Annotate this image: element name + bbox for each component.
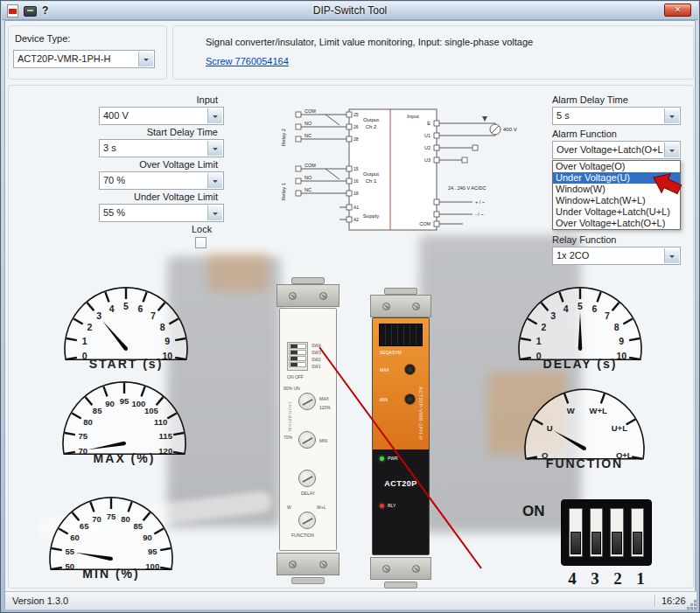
seqasym-label: SEQASYM bbox=[380, 350, 402, 355]
svg-text:120: 120 bbox=[158, 446, 172, 456]
svg-text:75: 75 bbox=[78, 431, 88, 441]
chevron-down-icon[interactable] bbox=[664, 248, 679, 263]
alarm-delay-select[interactable]: 5 s bbox=[552, 107, 681, 125]
option-window[interactable]: Window(W) bbox=[553, 184, 680, 195]
svg-text:DELAY (s): DELAY (s) bbox=[543, 357, 618, 371]
chevron-down-icon[interactable] bbox=[664, 108, 679, 123]
svg-text:80: 80 bbox=[83, 417, 93, 427]
dip-switch-4[interactable] bbox=[569, 508, 583, 557]
dip-switch-1[interactable] bbox=[631, 508, 645, 557]
input-value: 400 V bbox=[103, 108, 206, 124]
close-button[interactable]: ✕ bbox=[664, 3, 691, 17]
alarm-delay-label: Alarm Delay Time bbox=[552, 94, 628, 105]
svg-text:6: 6 bbox=[137, 303, 143, 314]
svg-text:90: 90 bbox=[143, 533, 152, 542]
svg-text:4: 4 bbox=[109, 303, 115, 314]
svg-text:1: 1 bbox=[536, 336, 542, 346]
relay-function-value: 1x 2CO bbox=[556, 247, 663, 264]
lock-checkbox[interactable] bbox=[195, 237, 206, 248]
over-voltage-select[interactable]: 70 % bbox=[99, 171, 224, 190]
diagram-out-ch2-2: Ch 2 bbox=[366, 124, 377, 129]
diagram-t18: 18 bbox=[354, 191, 359, 196]
dip-switch-3[interactable] bbox=[590, 508, 604, 557]
option-over-voltage[interactable]: Over Voltage(O) bbox=[553, 161, 680, 172]
statusbar-separator bbox=[654, 595, 655, 607]
svg-text:95: 95 bbox=[120, 396, 130, 406]
under-voltage-select[interactable]: 55 % bbox=[99, 204, 224, 222]
svg-text:0: 0 bbox=[536, 351, 542, 361]
svg-text:75: 75 bbox=[107, 512, 116, 521]
chevron-down-icon[interactable] bbox=[664, 143, 679, 157]
chevron-down-icon[interactable] bbox=[207, 141, 222, 156]
dip-switch-graphic: ON 4 3 2 1 bbox=[522, 496, 662, 592]
input-select[interactable]: 400 V bbox=[99, 107, 224, 125]
option-under-voltage[interactable]: Under Voltage(U) bbox=[553, 172, 680, 184]
orange-module-body: SEQASYM MAX MIN PWR ACT20P RLY ACT20P-VM… bbox=[372, 317, 430, 555]
dip-number-2: 2 bbox=[606, 569, 629, 589]
svg-text:9: 9 bbox=[619, 336, 624, 346]
wiring-diagram: Relay 2 Relay 1 COM NO NC COM NO NC 25 2… bbox=[275, 99, 522, 249]
svg-text:7: 7 bbox=[150, 310, 156, 321]
lock-label: Lock bbox=[192, 224, 212, 234]
chevron-down-icon[interactable] bbox=[207, 205, 222, 220]
pdf-icon[interactable] bbox=[7, 4, 18, 17]
alarm-delay-value: 5 s bbox=[556, 108, 663, 124]
device-description: Signal converter/insulator, Limit value … bbox=[206, 37, 533, 47]
pwr-led bbox=[380, 456, 384, 461]
diagram-out-ch2-1: Output bbox=[363, 117, 379, 122]
sw3-label: SW3 bbox=[312, 349, 321, 356]
resize-grip[interactable] bbox=[690, 603, 693, 606]
device-type-select[interactable]: ACT20P-VMR-1PH-H bbox=[13, 50, 155, 68]
dip-panel bbox=[561, 499, 652, 566]
under-voltage-label: Under Voltage Limit bbox=[88, 192, 218, 202]
dip-handle[interactable] bbox=[633, 532, 643, 554]
delay-dial bbox=[298, 470, 316, 487]
diagram-relay1-label: Relay 1 bbox=[281, 182, 286, 200]
svg-text:100: 100 bbox=[145, 561, 159, 571]
diagram-u3: U3 bbox=[424, 157, 430, 163]
option-under-voltage-latch[interactable]: Under Voltage+Latch(U+L) bbox=[553, 206, 680, 218]
relay-function-select[interactable]: 1x 2CO bbox=[552, 247, 681, 265]
gauge-start: 012345678910START (s) bbox=[51, 277, 201, 387]
svg-text:W+L: W+L bbox=[590, 406, 608, 415]
dip-handle[interactable] bbox=[612, 532, 622, 554]
alarm-function-label: Alarm Function bbox=[552, 129, 617, 139]
chevron-down-icon[interactable] bbox=[207, 173, 222, 188]
diagram-relay2-label: Relay 2 bbox=[281, 128, 286, 146]
print-icon[interactable] bbox=[24, 4, 37, 17]
gauge-min: 50556065707580859095100MIN (%) bbox=[36, 489, 186, 599]
dip-handle[interactable] bbox=[592, 532, 602, 554]
alarm-function-select[interactable]: Over Voltage+Latch(O+L) bbox=[552, 141, 681, 159]
help-icon[interactable]: ? bbox=[42, 4, 48, 17]
option-window-latch[interactable]: Window+Latch(W+L) bbox=[553, 195, 680, 206]
svg-text:8: 8 bbox=[160, 322, 165, 332]
svg-text:65: 65 bbox=[80, 521, 89, 531]
min-dial bbox=[298, 431, 316, 449]
diagram-ac: 24...240 V AC/DC bbox=[448, 185, 486, 191]
arrow-down-icon bbox=[482, 116, 487, 122]
sw4-label: SW4 bbox=[312, 342, 321, 349]
diagram-u1: U1 bbox=[424, 133, 430, 138]
svg-text:115: 115 bbox=[159, 431, 173, 441]
datasheet-link[interactable]: Screw 7760054164 bbox=[206, 56, 289, 66]
white-module-image: Weidmüller SW4 SW3 SW2 SW1 ON OFF 90% UN… bbox=[270, 277, 346, 585]
start-delay-select[interactable]: 3 s bbox=[99, 139, 224, 157]
delay-label: DELAY bbox=[301, 491, 315, 496]
function-label: FUNCTION bbox=[291, 533, 314, 538]
mark-wl: W+L bbox=[317, 505, 326, 510]
svg-text:85: 85 bbox=[93, 406, 102, 415]
min-label: MIN bbox=[380, 397, 388, 402]
option-over-voltage-latch[interactable]: Over Voltage+Latch(O+L) bbox=[553, 218, 680, 229]
chevron-down-icon[interactable] bbox=[138, 52, 153, 66]
dip-handle[interactable] bbox=[570, 532, 581, 554]
diagram-supply: Supply bbox=[363, 213, 379, 219]
screw-icon bbox=[382, 303, 390, 310]
dip-switch-2[interactable] bbox=[610, 508, 624, 557]
diagram-t28: 28 bbox=[354, 136, 359, 142]
diagram-r1-no: NO bbox=[304, 175, 312, 180]
svg-text:85: 85 bbox=[134, 521, 144, 531]
svg-text:W: W bbox=[567, 406, 575, 415]
svg-text:MIN (%): MIN (%) bbox=[82, 567, 139, 581]
module-name: ACT20P bbox=[373, 479, 429, 488]
chevron-down-icon[interactable] bbox=[207, 108, 222, 123]
